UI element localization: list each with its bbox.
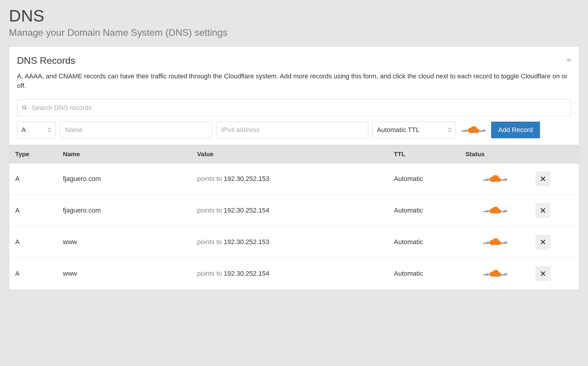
cell-ttl[interactable]: Automatic [388, 238, 459, 246]
table-row: A fjaguero.com points to 192.30.252.153 … [9, 163, 579, 195]
cell-ttl[interactable]: Automatic [388, 175, 459, 183]
cloud-icon [483, 204, 508, 216]
col-value: Value [191, 151, 388, 158]
col-ttl: TTL [388, 151, 459, 158]
record-type-value: A [21, 126, 26, 134]
cell-value[interactable]: points to 192.30.252.153 [191, 238, 388, 246]
page-subtitle: Manage your Domain Name System (DNS) set… [9, 27, 579, 38]
cell-name[interactable]: fjaguero.com [57, 175, 191, 183]
ttl-select[interactable]: Automatic TTL [372, 122, 456, 138]
delete-record-button[interactable] [536, 171, 550, 186]
svg-point-0 [22, 106, 26, 109]
cloud-proxy-toggle[interactable] [459, 204, 528, 216]
cell-value[interactable]: points to 192.30.252.154 [191, 207, 388, 214]
cell-name[interactable]: www [57, 238, 191, 246]
close-icon [540, 176, 546, 182]
cloud-icon [483, 268, 508, 280]
cloud-proxy-toggle[interactable] [460, 122, 487, 138]
search-icon [22, 105, 27, 111]
dns-records-card: DNS Records ◀▶ A, AAAA, and CNAME record… [9, 46, 579, 290]
cloud-proxy-toggle[interactable] [459, 268, 528, 280]
drag-handle-icon[interactable]: ◀▶ [566, 57, 571, 63]
col-status: Status [459, 151, 528, 158]
cell-ttl[interactable]: Automatic [388, 270, 459, 277]
table-header: Type Name Value TTL Status [9, 145, 579, 163]
search-input[interactable] [17, 100, 571, 116]
record-type-select[interactable]: A [17, 122, 56, 138]
table-row: A www points to 192.30.252.153 Automatic [9, 227, 579, 258]
page-title: DNS [9, 6, 579, 25]
cloud-proxy-toggle[interactable] [459, 236, 528, 248]
cell-type[interactable]: A [9, 175, 57, 183]
close-icon [540, 239, 546, 245]
cell-value[interactable]: points to 192.30.252.153 [191, 175, 388, 183]
delete-record-button[interactable] [536, 235, 550, 249]
cloud-proxy-toggle[interactable] [459, 173, 528, 185]
svg-line-1 [25, 108, 26, 110]
select-spinner-icon [448, 128, 451, 132]
cell-type[interactable]: A [9, 207, 57, 214]
card-description: A, AAAA, and CNAME records can have thei… [17, 72, 571, 91]
record-name-input[interactable] [60, 122, 212, 138]
add-record-form: A Automatic TTL [17, 122, 571, 138]
cell-name[interactable]: fjaguero.com [57, 207, 191, 214]
table-row: A www points to 192.30.252.154 Automatic [9, 258, 579, 290]
delete-record-button[interactable] [536, 266, 550, 281]
cloud-icon [483, 236, 508, 248]
cloud-icon [461, 124, 486, 136]
col-type: Type [9, 151, 57, 158]
add-record-button[interactable]: Add Record [491, 122, 540, 138]
table-row: A fjaguero.com points to 192.30.252.154 … [9, 195, 579, 227]
select-spinner-icon [48, 128, 51, 132]
cell-type[interactable]: A [9, 238, 57, 246]
cell-ttl[interactable]: Automatic [388, 207, 459, 214]
record-value-input[interactable] [216, 122, 368, 138]
ttl-value: Automatic TTL [377, 126, 420, 134]
cloud-icon [483, 173, 508, 185]
close-icon [540, 208, 546, 213]
col-name: Name [57, 151, 191, 158]
cell-name[interactable]: www [57, 270, 191, 277]
delete-record-button[interactable] [536, 203, 550, 218]
close-icon [540, 271, 546, 276]
cell-value[interactable]: points to 192.30.252.154 [191, 270, 388, 277]
card-title: DNS Records [17, 55, 75, 66]
dns-records-table: Type Name Value TTL Status A fjaguero.co… [9, 145, 579, 290]
cell-type[interactable]: A [9, 270, 57, 277]
